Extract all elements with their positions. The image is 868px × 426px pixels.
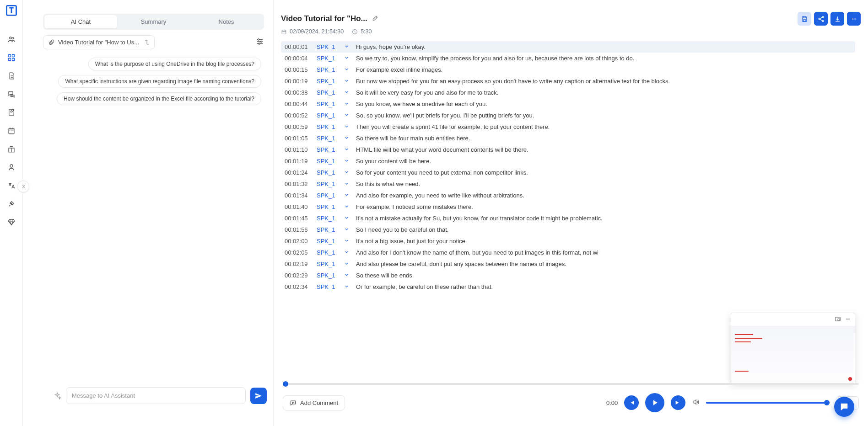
skip-forward-button[interactable] bbox=[671, 395, 685, 410]
transcript-row[interactable]: 00:02:19SPK_1And also please be careful,… bbox=[281, 258, 855, 270]
pip-popout-button[interactable] bbox=[835, 316, 841, 324]
more-button[interactable] bbox=[847, 12, 861, 26]
chevron-down-icon[interactable] bbox=[344, 226, 351, 233]
chevron-down-icon[interactable] bbox=[344, 123, 351, 130]
transcript-row[interactable]: 00:00:15SPK_1For example excel inline im… bbox=[281, 64, 855, 75]
speaker-label[interactable]: SPK_1 bbox=[317, 101, 340, 107]
attachment-selector[interactable]: Video Tutorial for "How to Us... ⇅ bbox=[43, 35, 155, 49]
chevron-down-icon[interactable] bbox=[344, 238, 351, 245]
chevron-down-icon[interactable] bbox=[344, 203, 351, 210]
sidebar-item-gift[interactable] bbox=[3, 141, 20, 157]
sidebar-item-diamond[interactable] bbox=[3, 214, 20, 230]
speaker-label[interactable]: SPK_1 bbox=[317, 158, 340, 165]
suggestion-item[interactable]: What is the purpose of using OneDrive in… bbox=[88, 58, 261, 70]
share-button[interactable] bbox=[814, 12, 828, 26]
speaker-label[interactable]: SPK_1 bbox=[317, 135, 340, 142]
sidebar-item-chat[interactable] bbox=[3, 86, 20, 102]
sidebar-item-calendar[interactable] bbox=[3, 122, 20, 139]
speaker-label[interactable]: SPK_1 bbox=[317, 272, 340, 279]
sidebar-item-document[interactable] bbox=[3, 68, 20, 84]
chevron-down-icon[interactable] bbox=[344, 249, 351, 256]
speaker-label[interactable]: SPK_1 bbox=[317, 78, 340, 85]
transcript-row[interactable]: 00:01:05SPK_1So there will be four main … bbox=[281, 133, 855, 144]
speaker-label[interactable]: SPK_1 bbox=[317, 181, 340, 187]
add-comment-button[interactable]: Add Comment bbox=[283, 395, 345, 410]
chevron-down-icon[interactable] bbox=[344, 89, 351, 96]
speaker-label[interactable]: SPK_1 bbox=[317, 283, 340, 290]
speaker-label[interactable]: SPK_1 bbox=[317, 215, 340, 222]
playback-progress[interactable] bbox=[283, 383, 859, 385]
chat-input[interactable] bbox=[66, 387, 246, 404]
transcript-row[interactable]: 00:01:45SPK_1It's not a mistake actually… bbox=[281, 213, 855, 224]
volume-slider[interactable] bbox=[706, 402, 830, 404]
sidebar-expand-button[interactable] bbox=[17, 181, 29, 192]
chevron-down-icon[interactable] bbox=[344, 78, 351, 85]
transcript-row[interactable]: 00:01:10SPK_1HTML file will be what your… bbox=[281, 144, 855, 155]
chevron-down-icon[interactable] bbox=[344, 261, 351, 267]
transcript-row[interactable]: 00:00:44SPK_1So you know, we have a oned… bbox=[281, 98, 855, 110]
transcript-row[interactable]: 00:02:00SPK_1It's not a big issue, but j… bbox=[281, 235, 855, 247]
speaker-label[interactable]: SPK_1 bbox=[317, 238, 340, 245]
progress-knob[interactable] bbox=[283, 381, 288, 387]
play-button[interactable] bbox=[645, 393, 664, 412]
sidebar-item-dashboard[interactable] bbox=[3, 49, 20, 66]
chevron-down-icon[interactable] bbox=[344, 215, 351, 222]
suggestion-item[interactable]: What specific instructions are given reg… bbox=[58, 75, 261, 88]
transcript-row[interactable]: 00:00:59SPK_1Then you will create a spri… bbox=[281, 121, 855, 133]
speaker-label[interactable]: SPK_1 bbox=[317, 192, 340, 199]
transcript-row[interactable]: 00:01:32SPK_1So this is what we need. bbox=[281, 178, 855, 190]
volume-knob[interactable] bbox=[824, 400, 830, 405]
download-button[interactable] bbox=[830, 12, 844, 26]
chevron-down-icon[interactable] bbox=[344, 192, 351, 199]
transcript-row[interactable]: 00:00:19SPK_1But now we stopped for you … bbox=[281, 75, 855, 87]
suggestion-item[interactable]: How should the content be organized in t… bbox=[57, 92, 261, 105]
speaker-label[interactable]: SPK_1 bbox=[317, 43, 340, 50]
help-chat-fab[interactable] bbox=[834, 397, 854, 417]
volume-icon[interactable] bbox=[692, 398, 700, 407]
tab-summary[interactable]: Summary bbox=[117, 15, 190, 28]
edit-title-button[interactable] bbox=[372, 15, 378, 23]
transcript-row[interactable]: 00:00:52SPK_1So, so you know, we'll put … bbox=[281, 110, 855, 121]
chevron-down-icon[interactable] bbox=[344, 146, 351, 153]
tab-ai-chat[interactable]: AI Chat bbox=[44, 15, 117, 28]
transcript-row[interactable]: 00:00:01SPK_1Hi guys, hope you're okay. bbox=[281, 41, 855, 53]
transcript-row[interactable]: 00:01:34SPK_1And also for example, you n… bbox=[281, 190, 855, 201]
speaker-label[interactable]: SPK_1 bbox=[317, 169, 340, 176]
sidebar-item-people[interactable] bbox=[3, 31, 20, 48]
chevron-down-icon[interactable] bbox=[344, 272, 351, 279]
transcript-row[interactable]: 00:01:56SPK_1So I need you to be careful… bbox=[281, 224, 855, 235]
chevron-down-icon[interactable] bbox=[344, 101, 351, 107]
tab-notes[interactable]: Notes bbox=[190, 15, 263, 28]
skip-back-button[interactable] bbox=[624, 395, 639, 410]
pip-minimize-button[interactable] bbox=[845, 316, 851, 324]
speaker-label[interactable]: SPK_1 bbox=[317, 55, 340, 62]
sidebar-item-user[interactable] bbox=[3, 159, 20, 176]
transcript-row[interactable]: 00:02:05SPK_1And also for I don't know t… bbox=[281, 247, 855, 258]
video-preview[interactable] bbox=[731, 313, 855, 384]
sidebar-item-plug[interactable] bbox=[3, 196, 20, 212]
transcript-row[interactable]: 00:01:24SPK_1So for your content you nee… bbox=[281, 167, 855, 178]
speaker-label[interactable]: SPK_1 bbox=[317, 226, 340, 233]
save-button[interactable] bbox=[798, 12, 811, 26]
chevron-down-icon[interactable] bbox=[344, 169, 351, 176]
transcript-row[interactable]: 00:00:38SPK_1So it will be very easy for… bbox=[281, 87, 855, 98]
sidebar-item-edit[interactable] bbox=[3, 104, 20, 121]
chevron-down-icon[interactable] bbox=[344, 181, 351, 187]
speaker-label[interactable]: SPK_1 bbox=[317, 112, 340, 119]
speaker-label[interactable]: SPK_1 bbox=[317, 249, 340, 256]
chevron-down-icon[interactable] bbox=[344, 43, 351, 50]
chevron-down-icon[interactable] bbox=[344, 112, 351, 119]
transcript-row[interactable]: 00:01:19SPK_1So your content will be her… bbox=[281, 155, 855, 167]
speaker-label[interactable]: SPK_1 bbox=[317, 89, 340, 96]
speaker-label[interactable]: SPK_1 bbox=[317, 146, 340, 153]
chevron-down-icon[interactable] bbox=[344, 158, 351, 165]
send-button[interactable] bbox=[250, 388, 267, 404]
chevron-down-icon[interactable] bbox=[344, 283, 351, 290]
chevron-down-icon[interactable] bbox=[344, 55, 351, 62]
chevron-down-icon[interactable] bbox=[344, 135, 351, 142]
speaker-label[interactable]: SPK_1 bbox=[317, 123, 340, 130]
transcript-row[interactable]: 00:02:34SPK_1Or for example, be careful … bbox=[281, 281, 855, 293]
chevron-down-icon[interactable] bbox=[344, 66, 351, 73]
transcript-row[interactable]: 00:02:29SPK_1So these will be ends. bbox=[281, 270, 855, 281]
speaker-label[interactable]: SPK_1 bbox=[317, 66, 340, 73]
